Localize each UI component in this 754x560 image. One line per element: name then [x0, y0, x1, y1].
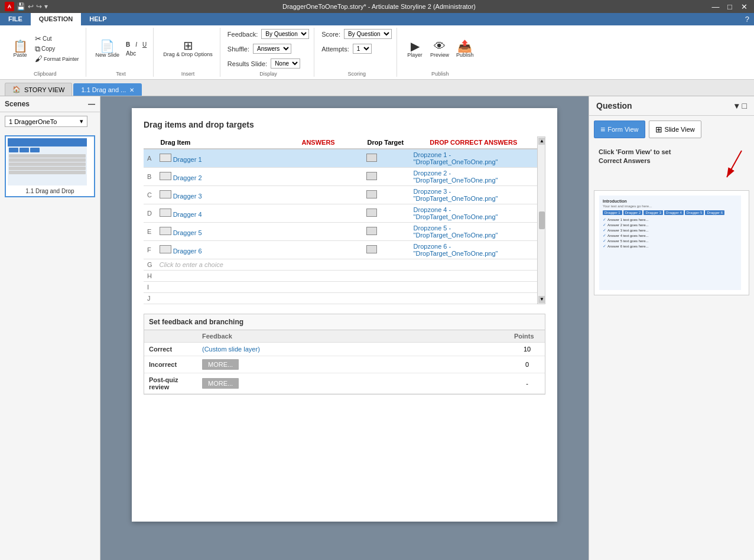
row-letter-a: A: [144, 149, 156, 168]
annotation-text: Click 'Form View' to setCorrect Answers: [599, 148, 716, 166]
center-content: Drag items and drop targets Drag Item AN…: [100, 96, 589, 560]
feedback-section: Set feedback and branching Feedback Poin…: [144, 314, 545, 395]
player-button[interactable]: ▶ Player: [404, 39, 425, 59]
scenes-minimize-icon[interactable]: —: [88, 100, 95, 108]
row-f-dropzone[interactable]: Dropzone 6 - "DropTarget_OneToOne.png": [410, 241, 537, 259]
drag-drop-options-button[interactable]: ⊞ Drag & Drop Options: [161, 38, 215, 59]
table-row[interactable]: I: [144, 282, 537, 293]
row-letter-e: E: [144, 223, 156, 241]
quick-redo[interactable]: ↪: [36, 2, 42, 11]
table-row[interactable]: D Dragger 4 Dropzone 4 - "DropTarget_One…: [144, 204, 537, 223]
slide-tab-close-icon[interactable]: ✕: [129, 87, 134, 93]
right-panel-collapse-icon[interactable]: ▾: [734, 101, 739, 110]
quick-undo[interactable]: ↩: [28, 2, 34, 11]
row-g-drag[interactable]: Click to enter a choice: [156, 259, 274, 271]
table-row[interactable]: J: [144, 293, 537, 304]
ribbon: FILE QUESTION HELP ? 📋 Paste ✂ Cut ⧉: [0, 13, 754, 80]
table-row[interactable]: E Dragger 5 Dropzone 5 - "DropTarget_One…: [144, 223, 537, 241]
bold-button[interactable]: B: [124, 41, 132, 48]
text-format-stack: B I U Abc: [124, 41, 148, 57]
drag-item-name-c[interactable]: Dragger 3: [173, 193, 202, 200]
postquiz-more-button[interactable]: MORE...: [202, 378, 239, 389]
form-view-label: Form View: [607, 126, 638, 133]
drag-table-body: A Dragger 1 Dropzone 1 - "DropTarget_One…: [144, 149, 537, 304]
scroll-up-btn[interactable]: ▲: [538, 138, 545, 145]
score-select[interactable]: By Question: [344, 29, 392, 39]
table-row[interactable]: B Dragger 2 Dropzone 2 - "DropTarget_One…: [144, 168, 537, 186]
help-icon[interactable]: ?: [740, 13, 754, 25]
row-c-empty: [274, 186, 363, 204]
drag-item-name-d[interactable]: Dragger 4: [173, 211, 202, 218]
incorrect-points: 0: [509, 356, 545, 373]
tab-question[interactable]: QUESTION: [31, 13, 81, 25]
right-panel-maximize-icon[interactable]: □: [742, 101, 747, 110]
row-g-dropzone: [410, 259, 537, 271]
incorrect-more-button[interactable]: MORE...: [202, 359, 239, 370]
format-abc-button[interactable]: Abc: [124, 50, 148, 57]
row-letter-j: J: [144, 293, 156, 304]
tab-file[interactable]: FILE: [0, 13, 31, 25]
paste-button[interactable]: 📋 Paste: [9, 39, 31, 59]
tab-help[interactable]: HELP: [81, 13, 115, 25]
drag-item-name-a[interactable]: Dragger 1: [173, 156, 202, 163]
row-a-empty: [274, 149, 363, 168]
row-h-empty: [274, 271, 363, 282]
row-d-drag: Dragger 4: [156, 204, 274, 223]
publish-icon: 📤: [457, 40, 472, 52]
italic-button[interactable]: I: [134, 41, 139, 48]
row-e-dropzone[interactable]: Dropzone 5 - "DropTarget_OneToOne.png": [410, 223, 537, 241]
mini-check-2: ✓: [603, 223, 606, 227]
feedback-select[interactable]: By Question: [261, 29, 309, 39]
row-d-dropzone[interactable]: Dropzone 4 - "DropTarget_OneToOne.png": [410, 204, 537, 223]
row-c-dropzone[interactable]: Dropzone 3 - "DropTarget_OneToOne.png": [410, 186, 537, 204]
format-painter-button[interactable]: 🖌 Format Painter: [33, 54, 81, 63]
story-view-tab[interactable]: 🏠 STORY VIEW: [5, 83, 72, 96]
slide-thumb-rows: [8, 146, 87, 176]
shuffle-select[interactable]: Answers: [253, 44, 291, 54]
drag-items-table: Drag Item ANSWERS Drop Target DROP CORRE…: [144, 136, 537, 304]
row-a-drag: Dragger 1: [156, 149, 274, 168]
none-select[interactable]: None: [271, 58, 300, 69]
drag-item-name-f[interactable]: Dragger 6: [173, 248, 202, 255]
title-bar: A 💾 ↩ ↪ ▾ DraggerOneToOneTop.story* - Ar…: [0, 0, 754, 13]
score-label: Score:: [321, 31, 340, 38]
preview-button[interactable]: 👁 Preview: [428, 39, 451, 59]
cut-button[interactable]: ✂ Cut: [33, 34, 81, 43]
mini-text-4: Answer 4 text goes here...: [607, 234, 649, 237]
mini-tags: Dragger 1 Dragger 2 Dragger 3 Dragger 4 …: [603, 210, 737, 215]
form-view-button[interactable]: ≡ Form View: [594, 121, 645, 138]
underline-button[interactable]: U: [141, 41, 148, 48]
maximize-button[interactable]: □: [724, 2, 735, 11]
scenes-title: Scenes: [5, 100, 30, 108]
scroll-thumb[interactable]: [539, 211, 545, 229]
minimize-button[interactable]: —: [710, 2, 721, 11]
table-scrollbar[interactable]: ▲ ▼: [537, 136, 545, 304]
attempts-select[interactable]: 1: [353, 44, 372, 54]
drag-item-name-e[interactable]: Dragger 5: [173, 229, 202, 236]
table-row[interactable]: H: [144, 271, 537, 282]
table-row[interactable]: A Dragger 1 Dropzone 1 - "DropTarget_One…: [144, 149, 537, 168]
publish-button[interactable]: 📤 Publish: [454, 39, 476, 59]
row-b-dropzone[interactable]: Dropzone 2 - "DropTarget_OneToOne.png": [410, 168, 537, 186]
table-row[interactable]: G Click to enter a choice: [144, 259, 537, 271]
copy-button[interactable]: ⧉ Copy: [33, 44, 81, 53]
close-button[interactable]: ✕: [739, 2, 749, 11]
app-icon: A: [5, 2, 14, 11]
table-row[interactable]: C Dragger 3 Dropzone 3 - "DropTarget_One…: [144, 186, 537, 204]
slide-view-tab[interactable]: 1.1 Drag and ... ✕: [73, 83, 142, 96]
preview-icon: 👁: [434, 40, 446, 52]
scene-dropdown[interactable]: 1 DraggerOneTo ▾: [5, 116, 87, 127]
table-row[interactable]: F Dragger 6 Dropzone 6 - "DropTarget_One…: [144, 241, 537, 259]
row-a-dropzone[interactable]: Dropzone 1 - "DropTarget_OneToOne.png": [410, 149, 537, 168]
scroll-down-btn[interactable]: ▼: [538, 296, 545, 303]
scoring-label: Scoring: [347, 71, 366, 77]
mini-answer-2: ✓ Answer 2 text goes here...: [603, 223, 737, 227]
slide-thumbnail[interactable]: 1.1 Drag and Drop: [5, 135, 95, 197]
quick-save[interactable]: 💾: [17, 2, 25, 11]
slide-view-button[interactable]: ⊞ Slide View: [649, 121, 701, 138]
drag-item-name-b[interactable]: Dragger 2: [173, 174, 202, 181]
feedback-th-blank: [144, 330, 197, 343]
drop-icon-a: [366, 154, 377, 162]
mini-answer-1: ✓ Answer 1 text goes here...: [603, 217, 737, 222]
new-slide-button[interactable]: 📄 New Slide: [93, 39, 122, 59]
